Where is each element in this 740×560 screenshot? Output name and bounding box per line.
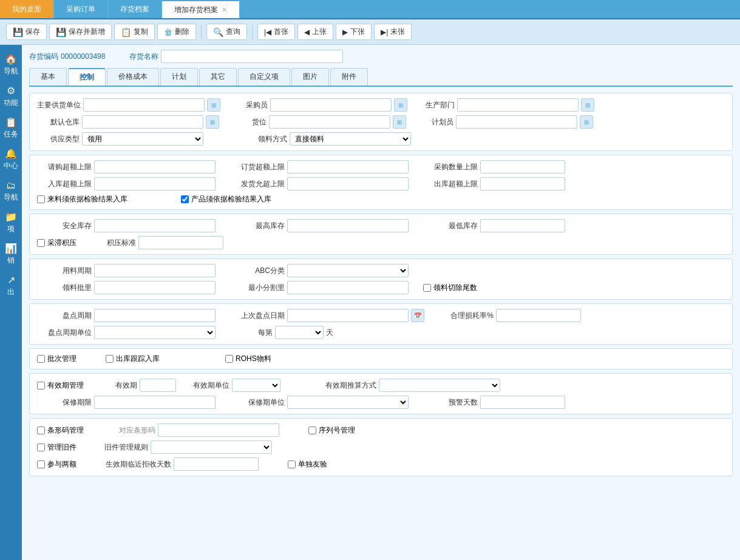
delivery-over-limit-input[interactable] (287, 177, 409, 191)
reasonable-loss-input[interactable] (496, 309, 581, 322)
corresponding-barcode-input[interactable] (158, 423, 279, 437)
last-button[interactable]: ▶| 末张 (374, 24, 412, 40)
tab-custom[interactable]: 自定义项 (238, 68, 290, 86)
expiry-management-checkbox[interactable]: 有效期管理 (37, 380, 84, 391)
tab-control[interactable]: 控制 (68, 68, 106, 86)
expiry-input[interactable] (140, 379, 176, 392)
batch-management-check[interactable] (37, 355, 45, 363)
product-inspection-checkbox[interactable]: 产品须依据检验结果入库 (181, 194, 271, 204)
every-nth-select[interactable] (275, 326, 324, 339)
copy-button[interactable]: 📋 复制 (114, 24, 155, 40)
tab-price-cost[interactable]: 价格成本 (107, 68, 159, 86)
barcode-management-checkbox[interactable]: 条形码管理 (37, 425, 84, 436)
production-dept-picker[interactable]: ⊞ (581, 98, 594, 112)
purchase-qty-limit-input[interactable] (480, 160, 565, 174)
buyer-input[interactable] (270, 98, 392, 112)
outbound-tracking-check[interactable] (106, 355, 114, 363)
sidebar-item-nav2[interactable]: 🗂 导航 (2, 176, 20, 206)
save-new-button[interactable]: 💾 保存并新增 (49, 24, 112, 40)
usage-period-input[interactable] (94, 264, 216, 277)
pickup-tail-check[interactable] (423, 284, 431, 292)
first-button[interactable]: |◀ 首张 (257, 24, 295, 40)
warning-days-input[interactable] (480, 396, 565, 409)
participate-two-check[interactable] (37, 460, 45, 468)
outbound-tracking-checkbox[interactable]: 出库跟踪入库 (106, 354, 160, 364)
serial-management-checkbox[interactable]: 序列号管理 (308, 425, 355, 436)
outbound-over-limit-input[interactable] (480, 177, 565, 191)
last-inventory-calendar[interactable]: 📅 (411, 309, 424, 322)
warranty-period-input[interactable] (94, 396, 216, 409)
sidebar-item-out[interactable]: ↗ 出 (2, 271, 20, 301)
main-supplier-input[interactable] (83, 98, 205, 112)
expiry-unit-select[interactable] (232, 379, 280, 392)
rohs-check[interactable] (225, 355, 233, 363)
serial-management-check[interactable] (308, 427, 316, 434)
tab-attachment[interactable]: 附件 (330, 68, 368, 86)
inventory-period-unit-select[interactable] (94, 326, 216, 339)
backordering-check[interactable] (37, 239, 45, 247)
sidebar-item-center[interactable]: 🔔 中心 (2, 144, 20, 175)
abc-select[interactable] (287, 264, 409, 277)
tab-close-icon[interactable]: ✕ (222, 6, 227, 14)
sidebar-item-items[interactable]: 📁 项 (2, 207, 20, 238)
storage-location-picker[interactable]: ⊞ (393, 115, 406, 129)
last-inventory-input[interactable] (287, 309, 409, 322)
next-button[interactable]: ▶ 下张 (336, 24, 372, 40)
sidebar-item-function[interactable]: ⚙ 功能 (2, 81, 20, 112)
old-parts-rule-select[interactable] (151, 440, 272, 454)
expiry-management-check[interactable] (37, 382, 45, 390)
supply-type-select[interactable]: 领用 (82, 132, 203, 146)
save-button[interactable]: 💾 保存 (6, 24, 47, 40)
tab-other[interactable]: 其它 (199, 68, 237, 86)
pickup-tail-checkbox[interactable]: 领料切除尾数 (423, 283, 477, 293)
purchase-over-limit-input[interactable] (94, 160, 216, 174)
product-inspection-check[interactable] (181, 195, 189, 203)
max-stock-input[interactable] (287, 219, 409, 232)
backorder-standard-input[interactable] (138, 236, 223, 249)
sidebar-item-nav[interactable]: 🏠 导航 (2, 50, 20, 80)
sidebar-item-sales[interactable]: 📊 销 (2, 239, 20, 269)
order-over-limit-input[interactable] (287, 160, 409, 174)
rohs-checkbox[interactable]: ROHS物料 (225, 354, 271, 364)
expiry-calc-select[interactable] (379, 379, 500, 392)
buyer-picker[interactable]: ⊞ (394, 98, 407, 112)
participate-two-checkbox[interactable]: 参与两额 (37, 459, 76, 470)
single-friendly-checkbox[interactable]: 单独友验 (288, 459, 327, 470)
incoming-inspection-check[interactable] (37, 195, 45, 203)
manage-old-parts-checkbox[interactable]: 管理旧件 (37, 442, 76, 453)
planner-input[interactable] (456, 115, 577, 129)
tab-my-desk[interactable]: 我的桌面 (0, 0, 54, 18)
planner-picker[interactable]: ⊞ (580, 115, 593, 129)
tab-inventory-archive[interactable]: 存货档案 (108, 0, 162, 18)
query-button[interactable]: 🔍 查询 (206, 24, 247, 40)
main-supplier-picker[interactable]: ⊞ (207, 98, 220, 112)
prev-button[interactable]: ◀ 上张 (297, 24, 333, 40)
tab-image[interactable]: 图片 (291, 68, 329, 86)
stock-over-limit-input[interactable] (94, 177, 216, 191)
default-warehouse-input[interactable] (82, 115, 203, 129)
safety-stock-input[interactable] (94, 219, 216, 232)
single-friendly-check[interactable] (288, 460, 296, 468)
incoming-inspection-checkbox[interactable]: 来料须依据检验结果入库 (37, 194, 127, 204)
manage-old-parts-check[interactable] (37, 444, 45, 451)
barcode-management-check[interactable] (37, 427, 45, 434)
default-warehouse-picker[interactable]: ⊞ (206, 115, 219, 129)
tab-plan[interactable]: 计划 (160, 68, 198, 86)
batch-management-checkbox[interactable]: 批次管理 (37, 354, 76, 364)
min-stock-input[interactable] (480, 219, 565, 232)
storage-location-input[interactable] (269, 115, 390, 129)
inventory-name-input[interactable] (161, 50, 343, 63)
tab-purchase-order[interactable]: 采购订单 (54, 0, 108, 18)
tab-basic[interactable]: 基本 (29, 68, 67, 86)
sidebar-item-task[interactable]: 📋 任务 (2, 113, 20, 143)
production-dept-input[interactable] (457, 98, 579, 112)
warranty-unit-select[interactable] (287, 396, 409, 409)
min-split-input[interactable] (287, 281, 409, 294)
supply-method-select[interactable]: 直接领料 (290, 132, 411, 146)
inventory-period-input[interactable] (94, 309, 216, 322)
pickup-batch-input[interactable] (94, 281, 216, 294)
validity-near-reject-input[interactable] (174, 457, 259, 471)
tab-add-inventory[interactable]: 增加存货档案 ✕ (162, 0, 240, 18)
backordering-checkbox[interactable]: 采滞积压 (37, 238, 76, 248)
delete-button[interactable]: 🗑 删除 (157, 24, 196, 40)
